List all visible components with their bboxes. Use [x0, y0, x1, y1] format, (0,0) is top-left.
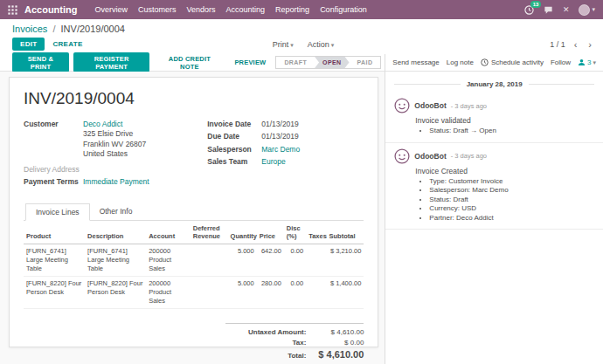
message-body: Invoice Created — [415, 167, 594, 175]
form-view: SEND & PRINT REGISTER PAYMENT ADD CREDIT… — [0, 54, 385, 364]
message-timestamp: - 3 days ago — [451, 102, 487, 110]
messages-icon[interactable] — [544, 5, 553, 15]
col-description: Description — [85, 222, 146, 244]
tax-value: $ 0.00 — [313, 339, 364, 347]
breadcrumb-invoices-link[interactable]: Invoices — [12, 24, 47, 34]
customer-address-line: Franklin WV 26807 — [83, 140, 146, 149]
col-account: Account — [146, 222, 191, 244]
control-panel: EDIT CREATE Print▾ Action▾ 1 / 1 ‹ › — [0, 35, 603, 54]
untaxed-amount-label: Untaxed Amount: — [248, 328, 306, 336]
activities-icon[interactable]: 13 — [524, 5, 534, 15]
close-icon[interactable]: ✕ — [563, 5, 570, 14]
clock-icon — [481, 58, 489, 66]
salesperson-label: Salesperson — [207, 145, 261, 155]
delivery-address-label: Delivery Address — [24, 165, 83, 175]
nav-item-overview[interactable]: Overview — [90, 3, 134, 17]
cell-disc: 0.00 — [284, 244, 306, 276]
due-date-value: 01/13/2019 — [261, 132, 299, 141]
tracking-value: Type: Customer Invoice — [429, 177, 594, 185]
follow-button[interactable]: Follow — [551, 58, 571, 66]
register-payment-button[interactable]: REGISTER PAYMENT — [73, 52, 150, 72]
preview-button[interactable]: PREVIEW — [229, 57, 271, 69]
edit-button[interactable]: EDIT — [12, 38, 45, 51]
total-label: Total: — [288, 352, 306, 360]
col-subtotal: Subtotal — [326, 222, 364, 244]
date-separator: January 28, 2019 — [385, 72, 603, 93]
status-bar: DRAFT OPEN PAID — [275, 56, 381, 69]
cell-account: 200000 Product Sales — [146, 244, 191, 276]
pager-previous-icon[interactable]: ‹ — [572, 39, 580, 50]
form-background: INV/2019/0004 Customer Deco Addict 325 E… — [0, 72, 385, 364]
accounting-invoice-screen: Accounting Overview Customers Vendors Ac… — [0, 0, 603, 364]
status-draft[interactable]: DRAFT — [276, 57, 315, 68]
send-message-button[interactable]: Send message — [392, 58, 439, 66]
chatter-message: OdooBot - 3 days ago Invoice validated S… — [385, 93, 603, 143]
tracking-value: Partner: Deco Addict — [429, 214, 594, 222]
tax-label: Tax: — [293, 339, 307, 347]
user-menu[interactable]: ▾ — [579, 4, 595, 16]
customer-link[interactable]: Deco Addict — [83, 120, 122, 128]
odoobot-avatar — [394, 148, 410, 164]
cell-deferred-revenue — [191, 244, 228, 276]
odoobot-avatar — [394, 98, 410, 113]
top-navbar: Accounting Overview Customers Vendors Ac… — [0, 0, 603, 19]
pager-next-icon[interactable]: › — [586, 39, 594, 50]
main-menu: Overview Customers Vendors Accounting Re… — [90, 3, 524, 17]
sales-team-link[interactable]: Europe — [261, 157, 285, 167]
status-paid[interactable]: PAID — [350, 57, 381, 68]
message-tracking-values: Type: Customer Invoice Salesperson: Marc… — [419, 177, 594, 222]
payment-terms-link[interactable]: Immediate Payment — [83, 177, 149, 187]
message-author[interactable]: OdooBot — [414, 101, 446, 110]
col-quantity: Quantity — [228, 222, 257, 244]
nav-item-configuration[interactable]: Configuration — [315, 3, 372, 17]
invoice-line-row[interactable]: [FURN_6741] Large Meeting Table [FURN_67… — [24, 244, 364, 276]
followers-button[interactable]: 3 ▾ — [578, 58, 596, 66]
salesperson-link[interactable]: Marc Demo — [261, 145, 300, 155]
totals-block: Untaxed Amount: $ 4,610.00 Tax: $ 0.00 T… — [225, 323, 364, 364]
notebook-tabs: Invoice Lines Other Info — [24, 203, 364, 221]
cell-quantity: 5.000 — [228, 276, 257, 308]
breadcrumb-separator: / — [52, 24, 55, 34]
nav-item-vendors[interactable]: Vendors — [182, 3, 221, 17]
message-author[interactable]: OdooBot — [414, 152, 446, 161]
cell-deferred-revenue — [191, 276, 228, 308]
tracking-value: Status: Draft — [429, 196, 594, 203]
customer-address-line: United States — [83, 149, 146, 159]
status-open[interactable]: OPEN — [315, 57, 349, 68]
create-button[interactable]: CREATE — [52, 40, 82, 48]
col-price: Price — [257, 222, 284, 244]
invoice-line-row[interactable]: [FURN_8220] Four Person Desk [FURN_8220]… — [24, 276, 364, 308]
tab-other-info[interactable]: Other Info — [90, 203, 142, 221]
apps-grid-icon[interactable] — [8, 5, 17, 15]
cell-price: 280.00 — [257, 276, 284, 308]
schedule-activity-button[interactable]: Schedule activity — [481, 58, 544, 66]
add-credit-note-button[interactable]: ADD CREDIT NOTE — [154, 52, 225, 72]
action-button-bar: SEND & PRINT REGISTER PAYMENT ADD CREDIT… — [0, 54, 385, 72]
cell-taxes — [306, 244, 326, 276]
nav-item-accounting[interactable]: Accounting — [221, 3, 271, 17]
tab-invoice-lines[interactable]: Invoice Lines — [25, 203, 90, 221]
customer-label: Customer — [24, 120, 83, 160]
cell-account: 200000 Product Sales — [146, 276, 191, 308]
nav-item-reporting[interactable]: Reporting — [270, 3, 315, 17]
nav-item-customers[interactable]: Customers — [133, 3, 182, 17]
send-print-button[interactable]: SEND & PRINT — [12, 52, 69, 72]
col-disc: Disc (%) — [284, 222, 306, 244]
message-tracking-values: Status: Draft → Open — [419, 127, 594, 134]
table-header-row: Product Description Account Deferred Rev… — [24, 222, 364, 244]
tracking-value: Currency: USD — [429, 204, 594, 212]
log-note-button[interactable]: Log note — [447, 58, 474, 66]
chatter-message: OdooBot - 3 days ago Invoice Created Typ… — [385, 143, 603, 230]
breadcrumb: Invoices / INV/2019/0004 — [0, 19, 603, 35]
invoice-sheet: INV/2019/0004 Customer Deco Addict 325 E… — [9, 77, 378, 347]
print-menu[interactable]: Print▾ — [273, 40, 294, 49]
breadcrumb-current: INV/2019/0004 — [61, 24, 125, 34]
due-date-label: Due Date — [207, 132, 261, 141]
cell-description: [FURN_8220] Four Person Desk — [85, 276, 146, 308]
invoice-title: INV/2019/0004 — [24, 89, 364, 108]
col-product: Product — [24, 222, 85, 244]
action-menu[interactable]: Action▾ — [308, 40, 335, 49]
tracking-value: Salesperson: Marc Demo — [429, 186, 594, 194]
app-name[interactable]: Accounting — [24, 4, 78, 15]
cell-taxes — [306, 276, 326, 308]
